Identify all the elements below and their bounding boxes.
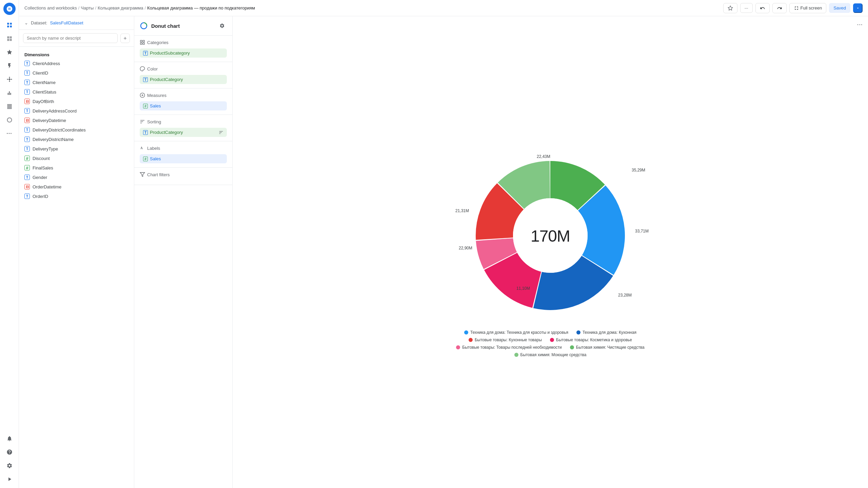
- categories-field-chip[interactable]: T ProductSubcategory: [140, 48, 227, 58]
- legend-item: Техника для дома: Техника для красоты и …: [464, 330, 568, 335]
- legend-color-dot: [469, 338, 473, 342]
- legend-item: Бытовые товары: Товары последней необход…: [456, 345, 562, 350]
- breadcrumb-sep2: /: [95, 5, 96, 11]
- legend-label: Бытовая химия: Чистящие средства: [576, 345, 645, 350]
- dimension-item[interactable]: T ClientID: [19, 68, 134, 78]
- categories-title: Categories: [140, 40, 227, 45]
- measures-icon: [140, 93, 145, 98]
- chart-settings-button[interactable]: [217, 21, 227, 30]
- breadcrumb-charts[interactable]: Чарты: [81, 5, 94, 11]
- dimension-item[interactable]: T OrderID: [19, 191, 134, 201]
- nav-table[interactable]: [3, 100, 16, 113]
- legend-label: Бытовые товары: Товары последней необход…: [462, 345, 562, 350]
- label-33-71: 33,71M: [635, 229, 649, 233]
- legend-item: Бытовая химия: Чистящие средства: [570, 345, 645, 350]
- breadcrumb-donut[interactable]: Кольцевая диаграмма: [98, 5, 143, 11]
- sorting-section: Sorting T ProductCategory: [134, 115, 232, 141]
- filters-icon: [140, 172, 145, 177]
- dim-type-icon: T: [24, 80, 30, 85]
- dim-name: DeliveryDistrictCoordinates: [33, 127, 86, 133]
- fullscreen-label: Full screen: [801, 5, 822, 11]
- label-23-28: 23,28M: [618, 293, 632, 298]
- dim-name: DayOfBirth: [33, 99, 54, 104]
- chart-more-button[interactable]: ···: [857, 20, 863, 28]
- dim-type-icon: T: [24, 127, 30, 133]
- label-22-90: 22,90M: [459, 246, 472, 250]
- legend-item: Бытовые товары: Кухонные товары: [469, 338, 542, 342]
- nav-bell[interactable]: [3, 432, 16, 445]
- dimension-item[interactable]: T DeliveryAddressCoord: [19, 106, 134, 116]
- dim-type-icon: T: [24, 108, 30, 114]
- nav-face[interactable]: [3, 114, 16, 126]
- measures-section: Measures # Sales: [134, 88, 232, 115]
- dimension-item[interactable]: T ClientStatus: [19, 87, 134, 97]
- color-icon: [140, 66, 145, 72]
- svg-marker-9: [728, 6, 732, 10]
- labels-field-chip[interactable]: # Sales: [140, 154, 227, 163]
- left-panel: ⌄ Dataset: SalesFullDataset Dimensions T…: [19, 16, 134, 488]
- star-button[interactable]: [723, 3, 737, 13]
- nav-settings[interactable]: [3, 460, 16, 472]
- dim-name: ClientID: [33, 70, 48, 76]
- more-options-button[interactable]: ···: [740, 3, 753, 13]
- dimension-item[interactable]: T DeliveryType: [19, 144, 134, 154]
- chart-panel-header: Donut chart: [134, 16, 232, 36]
- dimension-item[interactable]: ⊟ DeliveryDatetime: [19, 116, 134, 125]
- dim-name: DeliveryDatetime: [33, 118, 66, 123]
- saved-button[interactable]: Saved: [829, 3, 850, 13]
- add-field-button[interactable]: [120, 34, 130, 43]
- sorting-icon: [140, 119, 145, 124]
- svg-rect-15: [140, 43, 142, 44]
- color-field-chip[interactable]: T ProductCategory: [140, 75, 227, 84]
- dimension-item[interactable]: T ClientName: [19, 78, 134, 87]
- nav-dashboard[interactable]: [3, 33, 16, 45]
- search-input[interactable]: [23, 33, 118, 43]
- icon-bar: ···: [0, 0, 19, 488]
- undo-button[interactable]: [755, 3, 770, 13]
- dim-name: ClientAddress: [33, 61, 60, 66]
- app-logo[interactable]: [3, 3, 16, 15]
- dim-type-icon: #: [24, 165, 30, 170]
- expand-button[interactable]: [853, 3, 863, 13]
- dimension-item[interactable]: T ClientAddress: [19, 59, 134, 68]
- label-21-31: 21,31M: [455, 208, 469, 213]
- dim-name: OrderID: [33, 194, 48, 199]
- nav-play[interactable]: [3, 473, 16, 485]
- dimension-item[interactable]: # FinalSales: [19, 163, 134, 172]
- breadcrumb-sep1: /: [78, 5, 80, 11]
- dim-name: ClientName: [33, 80, 56, 85]
- sorting-title: Sorting: [140, 119, 227, 124]
- legend-color-dot: [464, 330, 468, 334]
- dimension-item[interactable]: T DeliveryDistrictCoordinates: [19, 125, 134, 135]
- svg-rect-12: [140, 40, 142, 42]
- labels-field-type-icon: #: [143, 157, 148, 161]
- nav-grid[interactable]: [3, 19, 16, 31]
- redo-button[interactable]: [772, 3, 787, 13]
- dim-type-icon: ⊟: [24, 184, 30, 189]
- categories-section: Categories T ProductSubcategory: [134, 36, 232, 62]
- measures-field-chip[interactable]: # Sales: [140, 101, 227, 110]
- legend-label: Бытовые товары: Косметика и здоровье: [556, 338, 632, 342]
- color-field-label: ProductCategory: [150, 77, 183, 82]
- breadcrumb-collections[interactable]: Collections and workbooks: [24, 5, 77, 11]
- content-area: ⌄ Dataset: SalesFullDataset Dimensions T…: [19, 16, 868, 488]
- nav-charts[interactable]: [3, 87, 16, 99]
- nav-connections[interactable]: [3, 73, 16, 85]
- fullscreen-button[interactable]: Full screen: [789, 3, 827, 13]
- dataset-name[interactable]: SalesFullDataset: [50, 20, 83, 25]
- sorting-field-chip[interactable]: T ProductCategory: [140, 128, 227, 137]
- dim-type-icon: T: [24, 146, 30, 151]
- dimension-item[interactable]: ⊟ DayOfBirth: [19, 97, 134, 106]
- svg-point-11: [142, 24, 145, 27]
- dimensions-list: Dimensions T ClientAddress T ClientID T …: [19, 47, 134, 488]
- dimension-item[interactable]: T Gender: [19, 172, 134, 182]
- nav-help[interactable]: [3, 446, 16, 458]
- nav-star[interactable]: [3, 46, 16, 58]
- nav-lightning[interactable]: [3, 60, 16, 72]
- dataset-chevron[interactable]: ⌄: [24, 20, 28, 25]
- nav-more[interactable]: ···: [3, 127, 16, 140]
- dimension-item[interactable]: # Discount: [19, 154, 134, 163]
- dimension-item[interactable]: T DeliveryDistrictName: [19, 135, 134, 144]
- dimension-item[interactable]: ⊟ OrderDatetime: [19, 182, 134, 191]
- chart-filters-section: Chart filters: [134, 168, 232, 185]
